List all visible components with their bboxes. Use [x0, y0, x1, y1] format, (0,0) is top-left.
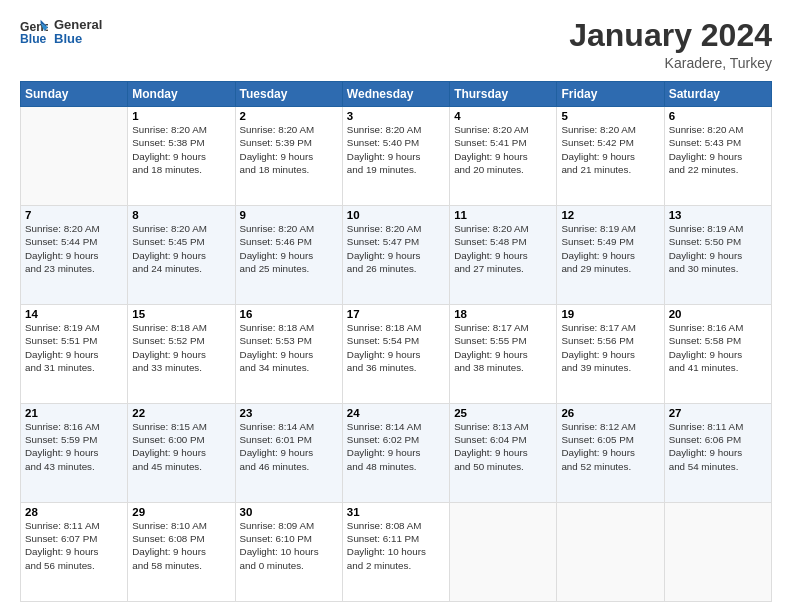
day-cell: 30Sunrise: 8:09 AM Sunset: 6:10 PM Dayli…	[235, 503, 342, 602]
subtitle: Karadere, Turkey	[569, 55, 772, 71]
day-info: Sunrise: 8:20 AM Sunset: 5:38 PM Dayligh…	[132, 123, 230, 176]
day-number: 6	[669, 110, 767, 122]
day-cell	[557, 503, 664, 602]
day-number: 1	[132, 110, 230, 122]
day-cell: 12Sunrise: 8:19 AM Sunset: 5:49 PM Dayli…	[557, 206, 664, 305]
day-cell: 26Sunrise: 8:12 AM Sunset: 6:05 PM Dayli…	[557, 404, 664, 503]
day-cell: 20Sunrise: 8:16 AM Sunset: 5:58 PM Dayli…	[664, 305, 771, 404]
day-info: Sunrise: 8:15 AM Sunset: 6:00 PM Dayligh…	[132, 420, 230, 473]
day-number: 30	[240, 506, 338, 518]
day-cell: 23Sunrise: 8:14 AM Sunset: 6:01 PM Dayli…	[235, 404, 342, 503]
day-cell: 17Sunrise: 8:18 AM Sunset: 5:54 PM Dayli…	[342, 305, 449, 404]
day-number: 29	[132, 506, 230, 518]
day-info: Sunrise: 8:20 AM Sunset: 5:42 PM Dayligh…	[561, 123, 659, 176]
day-cell: 29Sunrise: 8:10 AM Sunset: 6:08 PM Dayli…	[128, 503, 235, 602]
day-info: Sunrise: 8:20 AM Sunset: 5:46 PM Dayligh…	[240, 222, 338, 275]
day-number: 22	[132, 407, 230, 419]
header-cell-saturday: Saturday	[664, 82, 771, 107]
day-number: 7	[25, 209, 123, 221]
day-number: 14	[25, 308, 123, 320]
week-row-0: 1Sunrise: 8:20 AM Sunset: 5:38 PM Daylig…	[21, 107, 772, 206]
day-info: Sunrise: 8:14 AM Sunset: 6:02 PM Dayligh…	[347, 420, 445, 473]
week-row-4: 28Sunrise: 8:11 AM Sunset: 6:07 PM Dayli…	[21, 503, 772, 602]
title-block: January 2024 Karadere, Turkey	[569, 18, 772, 71]
day-cell: 4Sunrise: 8:20 AM Sunset: 5:41 PM Daylig…	[450, 107, 557, 206]
day-info: Sunrise: 8:20 AM Sunset: 5:44 PM Dayligh…	[25, 222, 123, 275]
day-cell: 7Sunrise: 8:20 AM Sunset: 5:44 PM Daylig…	[21, 206, 128, 305]
day-number: 25	[454, 407, 552, 419]
day-cell: 6Sunrise: 8:20 AM Sunset: 5:43 PM Daylig…	[664, 107, 771, 206]
day-info: Sunrise: 8:18 AM Sunset: 5:52 PM Dayligh…	[132, 321, 230, 374]
day-info: Sunrise: 8:20 AM Sunset: 5:43 PM Dayligh…	[669, 123, 767, 176]
day-info: Sunrise: 8:20 AM Sunset: 5:39 PM Dayligh…	[240, 123, 338, 176]
main-title: January 2024	[569, 18, 772, 53]
day-info: Sunrise: 8:20 AM Sunset: 5:40 PM Dayligh…	[347, 123, 445, 176]
day-cell: 13Sunrise: 8:19 AM Sunset: 5:50 PM Dayli…	[664, 206, 771, 305]
calendar-body: 1Sunrise: 8:20 AM Sunset: 5:38 PM Daylig…	[21, 107, 772, 602]
day-cell: 15Sunrise: 8:18 AM Sunset: 5:52 PM Dayli…	[128, 305, 235, 404]
day-number: 20	[669, 308, 767, 320]
day-info: Sunrise: 8:19 AM Sunset: 5:49 PM Dayligh…	[561, 222, 659, 275]
day-cell: 8Sunrise: 8:20 AM Sunset: 5:45 PM Daylig…	[128, 206, 235, 305]
logo: General Blue General Blue	[20, 18, 102, 47]
day-number: 12	[561, 209, 659, 221]
week-row-3: 21Sunrise: 8:16 AM Sunset: 5:59 PM Dayli…	[21, 404, 772, 503]
day-cell: 28Sunrise: 8:11 AM Sunset: 6:07 PM Dayli…	[21, 503, 128, 602]
day-info: Sunrise: 8:18 AM Sunset: 5:54 PM Dayligh…	[347, 321, 445, 374]
day-info: Sunrise: 8:20 AM Sunset: 5:41 PM Dayligh…	[454, 123, 552, 176]
calendar: SundayMondayTuesdayWednesdayThursdayFrid…	[20, 81, 772, 602]
day-number: 21	[25, 407, 123, 419]
day-info: Sunrise: 8:11 AM Sunset: 6:06 PM Dayligh…	[669, 420, 767, 473]
day-info: Sunrise: 8:11 AM Sunset: 6:07 PM Dayligh…	[25, 519, 123, 572]
header-cell-sunday: Sunday	[21, 82, 128, 107]
header-cell-thursday: Thursday	[450, 82, 557, 107]
day-info: Sunrise: 8:17 AM Sunset: 5:56 PM Dayligh…	[561, 321, 659, 374]
day-info: Sunrise: 8:16 AM Sunset: 5:59 PM Dayligh…	[25, 420, 123, 473]
day-info: Sunrise: 8:19 AM Sunset: 5:51 PM Dayligh…	[25, 321, 123, 374]
day-cell: 2Sunrise: 8:20 AM Sunset: 5:39 PM Daylig…	[235, 107, 342, 206]
week-row-2: 14Sunrise: 8:19 AM Sunset: 5:51 PM Dayli…	[21, 305, 772, 404]
day-number: 10	[347, 209, 445, 221]
day-cell: 14Sunrise: 8:19 AM Sunset: 5:51 PM Dayli…	[21, 305, 128, 404]
day-number: 24	[347, 407, 445, 419]
header-cell-monday: Monday	[128, 82, 235, 107]
day-info: Sunrise: 8:14 AM Sunset: 6:01 PM Dayligh…	[240, 420, 338, 473]
day-info: Sunrise: 8:08 AM Sunset: 6:11 PM Dayligh…	[347, 519, 445, 572]
day-number: 31	[347, 506, 445, 518]
day-cell: 16Sunrise: 8:18 AM Sunset: 5:53 PM Dayli…	[235, 305, 342, 404]
day-number: 4	[454, 110, 552, 122]
page: General Blue General Blue January 2024 K…	[0, 0, 792, 612]
day-cell: 27Sunrise: 8:11 AM Sunset: 6:06 PM Dayli…	[664, 404, 771, 503]
day-cell: 22Sunrise: 8:15 AM Sunset: 6:00 PM Dayli…	[128, 404, 235, 503]
day-cell: 31Sunrise: 8:08 AM Sunset: 6:11 PM Dayli…	[342, 503, 449, 602]
day-number: 9	[240, 209, 338, 221]
calendar-header: SundayMondayTuesdayWednesdayThursdayFrid…	[21, 82, 772, 107]
day-cell: 24Sunrise: 8:14 AM Sunset: 6:02 PM Dayli…	[342, 404, 449, 503]
day-cell: 9Sunrise: 8:20 AM Sunset: 5:46 PM Daylig…	[235, 206, 342, 305]
day-info: Sunrise: 8:19 AM Sunset: 5:50 PM Dayligh…	[669, 222, 767, 275]
day-info: Sunrise: 8:20 AM Sunset: 5:48 PM Dayligh…	[454, 222, 552, 275]
day-cell: 1Sunrise: 8:20 AM Sunset: 5:38 PM Daylig…	[128, 107, 235, 206]
week-row-1: 7Sunrise: 8:20 AM Sunset: 5:44 PM Daylig…	[21, 206, 772, 305]
day-cell: 25Sunrise: 8:13 AM Sunset: 6:04 PM Dayli…	[450, 404, 557, 503]
header-cell-friday: Friday	[557, 82, 664, 107]
day-info: Sunrise: 8:20 AM Sunset: 5:45 PM Dayligh…	[132, 222, 230, 275]
day-number: 3	[347, 110, 445, 122]
day-cell	[664, 503, 771, 602]
day-cell	[450, 503, 557, 602]
day-cell: 5Sunrise: 8:20 AM Sunset: 5:42 PM Daylig…	[557, 107, 664, 206]
day-info: Sunrise: 8:18 AM Sunset: 5:53 PM Dayligh…	[240, 321, 338, 374]
day-number: 15	[132, 308, 230, 320]
day-info: Sunrise: 8:12 AM Sunset: 6:05 PM Dayligh…	[561, 420, 659, 473]
day-number: 26	[561, 407, 659, 419]
day-cell	[21, 107, 128, 206]
header: General Blue General Blue January 2024 K…	[20, 18, 772, 71]
day-cell: 10Sunrise: 8:20 AM Sunset: 5:47 PM Dayli…	[342, 206, 449, 305]
day-number: 27	[669, 407, 767, 419]
day-number: 5	[561, 110, 659, 122]
header-row: SundayMondayTuesdayWednesdayThursdayFrid…	[21, 82, 772, 107]
day-number: 18	[454, 308, 552, 320]
day-number: 13	[669, 209, 767, 221]
day-number: 17	[347, 308, 445, 320]
day-info: Sunrise: 8:20 AM Sunset: 5:47 PM Dayligh…	[347, 222, 445, 275]
